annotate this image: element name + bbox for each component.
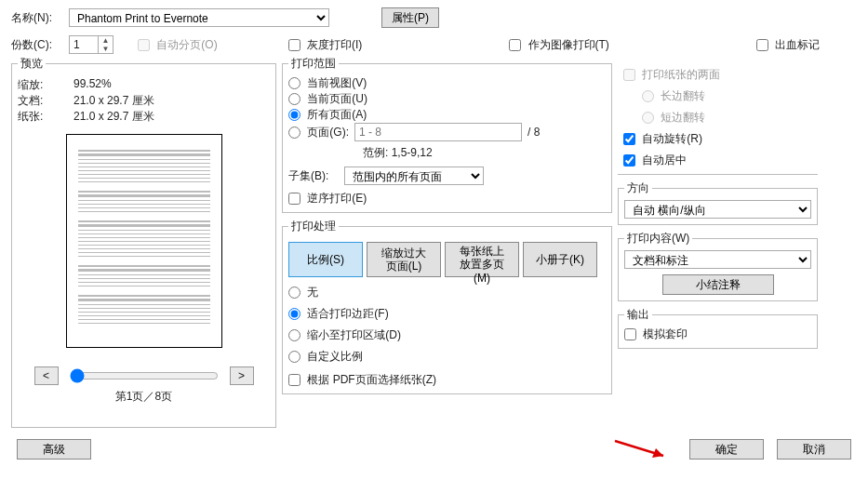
zoom-value: 99.52%: [73, 77, 112, 93]
range-currentpage[interactable]: 当前页面(U): [288, 92, 367, 105]
summarize-button[interactable]: 小结注释: [662, 274, 774, 295]
range-group: 打印范围 当前视图(V) 当前页面(U) 所有页面(A) 页面(G): / 8 …: [282, 56, 612, 213]
scale-fit[interactable]: 适合打印边距(F): [288, 307, 389, 320]
copies-value: 1: [73, 38, 80, 51]
copies-label: 份数(C):: [11, 37, 61, 53]
output-group: 输出 模拟套印: [618, 307, 818, 349]
page-thumbnail: [66, 134, 222, 348]
preview-group: 预览 缩放:99.52% 文档:21.0 x 29.7 厘米 纸张:21.0 x…: [11, 56, 276, 428]
attention-arrow-icon: [611, 437, 676, 461]
tab-booklet[interactable]: 小册子(K): [523, 242, 597, 277]
preview-legend: 预览: [18, 56, 46, 72]
short-edge-radio: 短边翻转: [642, 111, 705, 124]
advanced-button[interactable]: 高级: [17, 439, 91, 460]
what-group: 打印内容(W) 文档和标注 小结注释: [618, 231, 818, 301]
what-select[interactable]: 文档和标注: [624, 250, 811, 269]
grayscale-checkbox[interactable]: 灰度打印(I): [288, 37, 363, 53]
orientation-legend: 方向: [624, 180, 652, 196]
what-legend: 打印内容(W): [624, 231, 692, 246]
copies-stepper[interactable]: 1 ▲▼: [69, 35, 114, 54]
printer-select[interactable]: Phantom Print to Evernote: [69, 8, 329, 27]
output-legend: 输出: [624, 307, 652, 323]
long-edge-radio: 长边翻转: [642, 89, 705, 102]
doc-value: 21.0 x 29.7 厘米: [73, 93, 154, 109]
range-currentview[interactable]: 当前视图(V): [288, 76, 367, 89]
spinner-arrows[interactable]: ▲▼: [98, 36, 113, 53]
ok-button[interactable]: 确定: [689, 439, 764, 460]
next-page-button[interactable]: >: [230, 366, 254, 385]
duplex-group: 打印纸张的两面 长边翻转 短边翻转 自动旋转(R) 自动居中: [618, 56, 818, 175]
simulate-checkbox[interactable]: 模拟套印: [624, 327, 688, 340]
asimage-checkbox[interactable]: 作为图像打印(T): [509, 37, 609, 53]
page-slider[interactable]: [70, 368, 219, 383]
pages-input[interactable]: [354, 123, 522, 141]
range-pages[interactable]: 页面(G):: [288, 125, 349, 140]
tab-multi[interactable]: 每张纸上放置多页(M): [445, 242, 519, 277]
subset-select[interactable]: 范围内的所有页面: [344, 167, 484, 185]
pages-total: / 8: [527, 126, 540, 139]
choose-paper-by-pdf[interactable]: 根据 PDF页面选择纸张(Z): [288, 373, 436, 386]
range-legend: 打印范围: [288, 56, 339, 72]
name-label: 名称(N):: [11, 10, 61, 26]
paper-label: 纸张:: [18, 109, 73, 125]
duplex-checkbox: 打印纸张的两面: [623, 68, 720, 81]
autorotate-checkbox[interactable]: 自动旋转(R): [623, 132, 702, 145]
range-all[interactable]: 所有页面(A): [288, 108, 367, 121]
subset-label: 子集(B):: [288, 168, 339, 184]
page-indicator: 第1页／8页: [18, 389, 270, 405]
zoom-label: 缩放:: [18, 77, 73, 93]
cancel-button[interactable]: 取消: [777, 439, 851, 460]
paper-value: 21.0 x 29.7 厘米: [73, 109, 154, 125]
scale-custom[interactable]: 自定义比例: [288, 350, 363, 363]
prev-page-button[interactable]: <: [34, 366, 59, 385]
tab-scale[interactable]: 比例(S): [288, 242, 363, 277]
handling-group: 打印处理 比例(S) 缩放过大页面(L) 每张纸上放置多页(M) 小册子(K) …: [282, 219, 612, 394]
bleed-checkbox[interactable]: 出血标记: [756, 37, 820, 53]
doc-label: 文档:: [18, 93, 73, 109]
properties-button[interactable]: 属性(P): [381, 7, 439, 28]
orientation-group: 方向 自动 横向/纵向: [618, 180, 818, 225]
pages-example: 范例: 1,5-9,12: [363, 145, 606, 161]
tab-big[interactable]: 缩放过大页面(L): [367, 242, 441, 277]
scale-none[interactable]: 无: [288, 286, 318, 299]
center-checkbox[interactable]: 自动居中: [623, 153, 687, 167]
reverse-checkbox[interactable]: 逆序打印(E): [288, 192, 367, 205]
handling-legend: 打印处理: [288, 219, 339, 234]
scale-shrink[interactable]: 缩小至打印区域(D): [288, 328, 401, 341]
orientation-select[interactable]: 自动 横向/纵向: [624, 200, 811, 219]
collate-checkbox: 自动分页(O): [138, 37, 218, 53]
